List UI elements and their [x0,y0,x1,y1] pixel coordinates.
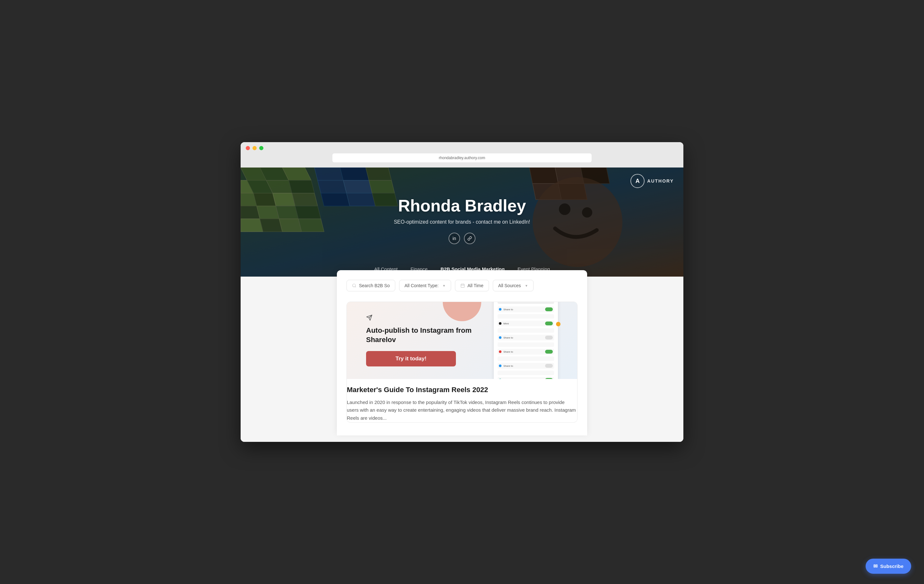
browser-chrome: rhondabradley.authory.com [241,142,683,168]
hero-content: Rhonda Bradley SEO-optimized content for… [241,168,683,277]
subscribe-label: Subscribe [880,563,903,569]
link-icon[interactable] [464,233,475,244]
hero-section: A AUTHORY Rhonda Bradley SEO-optimized c… [241,168,683,277]
promo-content-left: Auto-publish to Instagram from Sharelov … [366,315,494,366]
svg-point-39 [353,284,355,287]
svg-rect-40 [461,284,465,287]
list-item: sharebugg [498,377,554,379]
maximize-button[interactable] [259,146,263,150]
filter-bar: Search B2B So All Content Type: ▼ All Ti… [346,280,578,291]
chevron-down-icon: ▼ [442,284,446,287]
url-text: rhondabradley.authory.com [439,156,485,160]
list-item: Share to [498,349,554,355]
search-icon [352,283,356,288]
time-label: All Time [467,283,483,288]
content-type-label: All Content Type: [404,283,439,288]
content-type-filter[interactable]: All Content Type: ▼ [399,280,451,291]
chevron-down-icon-2: ▼ [525,284,528,287]
search-placeholder: Search B2B So [359,283,390,288]
sources-label: All Sources [498,283,521,288]
article-body: Marketer's Guide To Instagram Reels 2022… [347,379,577,422]
article-excerpt: Launched in 2020 in response to the popu… [347,399,577,422]
promo-cta-button[interactable]: Try it today! [366,351,456,366]
article-title: Marketer's Guide To Instagram Reels 2022 [347,385,577,395]
main-content: Search B2B So All Content Type: ▼ All Ti… [241,277,683,442]
calendar-icon [460,283,465,288]
close-button[interactable] [246,146,250,150]
list-item: Share to [498,363,554,369]
traffic-lights [246,146,678,150]
list-item: Share to [498,307,554,312]
browser-window: rhondabradley.authory.com [241,142,683,442]
time-filter[interactable]: All Time [455,280,489,291]
subscribe-button[interactable]: ✉ Subscribe [866,559,911,574]
sharelov-settings: Share to Mimi [498,302,554,379]
article-card: Auto-publish to Instagram from Sharelov … [346,302,578,422]
article-image: Auto-publish to Instagram from Sharelov … [347,302,577,379]
content-card: Search B2B So All Content Type: ▼ All Ti… [337,270,587,436]
address-bar[interactable]: rhondabradley.authory.com [332,153,592,162]
search-button[interactable]: Search B2B So [346,280,395,291]
list-item: Share to [498,335,554,340]
social-links: in [449,233,475,244]
list-item: Mimi [498,320,554,326]
notification-dot [556,322,561,326]
linkedin-icon[interactable]: in [449,233,460,244]
minimize-button[interactable] [252,146,257,150]
profile-tagline: SEO-optimized content for brands - conta… [394,219,530,225]
sharelov-ui-mockup: Share to Mimi [494,302,558,379]
envelope-icon: ✉ [873,563,878,569]
sources-filter[interactable]: All Sources ▼ [493,280,533,291]
profile-name: Rhonda Bradley [398,196,526,215]
promo-title: Auto-publish to Instagram from Sharelov [366,326,481,344]
